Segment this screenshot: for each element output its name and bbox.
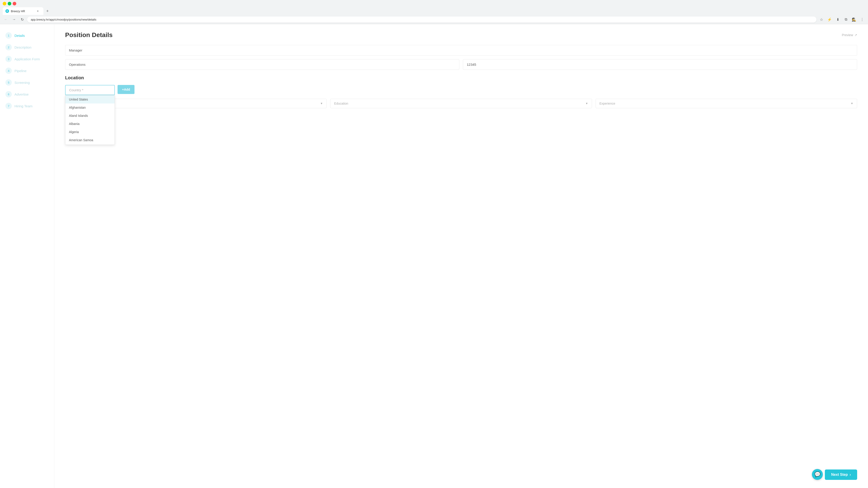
next-step-arrow-icon: › — [850, 473, 851, 477]
split-button[interactable]: ⧉ — [843, 16, 849, 23]
sidebar-num-5: 5 — [5, 79, 12, 86]
reload-button[interactable]: ↻ — [19, 16, 25, 23]
new-tab-button[interactable]: + — [44, 8, 51, 14]
browser-chrome: B Breezy HR × + ← → ↻ ☆ ⚡ ⬇ ⧉ 🕵 ⋮ — [0, 0, 868, 24]
dropdown-scroll[interactable]: United States Afghanistan Aland Islands … — [65, 95, 115, 145]
window-controls — [3, 2, 16, 5]
experience-label: Experience — [599, 102, 615, 105]
dropdown-item-af[interactable]: Afghanistan — [65, 103, 115, 111]
browser-action-buttons: ☆ ⚡ ⬇ ⧉ 🕵 ⋮ — [818, 16, 865, 23]
sidebar-label-details: Details — [14, 34, 25, 37]
chat-icon: 💬 — [814, 471, 820, 477]
education-select[interactable]: Education ▼ — [330, 99, 592, 108]
sidebar-label-hiring-team: Hiring Team — [14, 104, 33, 108]
preview-label: Preview — [842, 33, 853, 37]
chat-button[interactable]: 💬 — [812, 469, 823, 480]
dropdown-item-dz[interactable]: Algeria — [65, 128, 115, 136]
page-header: Position Details Preview ↗ — [65, 31, 857, 39]
add-location-button[interactable]: +Add — [118, 85, 134, 94]
category-chevron-icon: ▼ — [320, 102, 323, 105]
experience-chevron-icon: ▼ — [850, 102, 853, 105]
country-dropdown: United States Afghanistan Aland Islands … — [65, 95, 115, 145]
incognito-button[interactable]: 🕵 — [851, 16, 857, 23]
menu-button[interactable]: ⋮ — [859, 16, 865, 23]
sidebar-num-3: 3 — [5, 56, 12, 62]
page-title: Position Details — [65, 31, 113, 39]
preview-link[interactable]: Preview ↗ — [842, 33, 857, 37]
sidebar: 1 Details 2 Description 3 Application Fo… — [0, 24, 54, 488]
position-name-field[interactable]: Manager — [65, 45, 857, 56]
sidebar-item-application-form[interactable]: 3 Application Form — [0, 53, 54, 65]
bookmark-button[interactable]: ☆ — [818, 16, 825, 23]
dropdown-item-ax[interactable]: Aland Islands — [65, 111, 115, 120]
tab-close-button[interactable]: × — [36, 9, 40, 13]
dropdown-item-us[interactable]: United States — [65, 95, 115, 103]
sidebar-label-application-form: Application Form — [14, 57, 40, 61]
sidebar-label-pipeline: Pipeline — [14, 69, 26, 73]
education-label: Education — [334, 102, 348, 105]
download-button[interactable]: ⬇ — [835, 16, 841, 23]
form-row-dept: Operations 12345 — [65, 59, 857, 70]
next-step-button[interactable]: Next Step › — [825, 469, 857, 480]
location-row: United States Afghanistan Aland Islands … — [65, 85, 857, 95]
position-id-field[interactable]: 12345 — [463, 59, 857, 70]
tab-favicon: B — [5, 9, 9, 13]
tab-title: Breezy HR — [11, 9, 25, 13]
main-content: Position Details Preview ↗ Manager Opera… — [54, 24, 868, 488]
sidebar-num-1: 1 — [5, 32, 12, 39]
forward-button[interactable]: → — [11, 16, 17, 23]
address-bar[interactable] — [27, 17, 816, 23]
sidebar-item-screening[interactable]: 5 Screening — [0, 76, 54, 88]
back-button[interactable]: ← — [3, 16, 9, 23]
active-tab[interactable]: B Breezy HR × — [3, 7, 43, 15]
browser-addressbar: ← → ↻ ☆ ⚡ ⬇ ⧉ 🕵 ⋮ — [0, 15, 868, 24]
sidebar-item-description[interactable]: 2 Description — [0, 41, 54, 53]
job-details-row: Category ▼ Education ▼ Experience ▼ — [65, 99, 857, 108]
country-input-wrapper: United States Afghanistan Aland Islands … — [65, 85, 115, 95]
sidebar-item-advertise[interactable]: 6 Advertise — [0, 88, 54, 100]
dropdown-item-as[interactable]: American Samoa — [65, 136, 115, 144]
close-button[interactable] — [13, 2, 16, 5]
sidebar-label-advertise: Advertise — [14, 92, 29, 96]
education-chevron-icon: ▼ — [585, 102, 588, 105]
salary-section-title: Salary — [65, 116, 857, 121]
salary-section: Salary — [65, 116, 857, 121]
sidebar-num-4: 4 — [5, 68, 12, 74]
extensions-button[interactable]: ⚡ — [827, 16, 833, 23]
browser-titlebar — [0, 0, 868, 7]
dropdown-item-ad[interactable]: Andorra — [65, 144, 115, 145]
dropdown-item-al[interactable]: Albania — [65, 120, 115, 128]
app-layout: 1 Details 2 Description 3 Application Fo… — [0, 24, 868, 488]
sidebar-num-6: 6 — [5, 91, 12, 97]
country-input[interactable] — [65, 85, 115, 95]
sidebar-item-details[interactable]: 1 Details — [0, 30, 54, 41]
minimize-button[interactable] — [3, 2, 6, 5]
sidebar-label-description: Description — [14, 45, 31, 49]
sidebar-item-hiring-team[interactable]: 7 Hiring Team — [0, 100, 54, 112]
maximize-button[interactable] — [8, 2, 11, 5]
sidebar-item-pipeline[interactable]: 4 Pipeline — [0, 65, 54, 76]
browser-tabs: B Breezy HR × + — [0, 7, 868, 15]
sidebar-num-7: 7 — [5, 103, 12, 109]
external-link-icon: ↗ — [855, 33, 857, 37]
sidebar-label-screening: Screening — [14, 80, 30, 85]
sidebar-num-2: 2 — [5, 44, 12, 51]
location-section-title: Location — [65, 75, 857, 80]
department-field[interactable]: Operations — [65, 59, 459, 70]
experience-select[interactable]: Experience ▼ — [596, 99, 857, 108]
next-step-label: Next Step — [831, 473, 848, 477]
